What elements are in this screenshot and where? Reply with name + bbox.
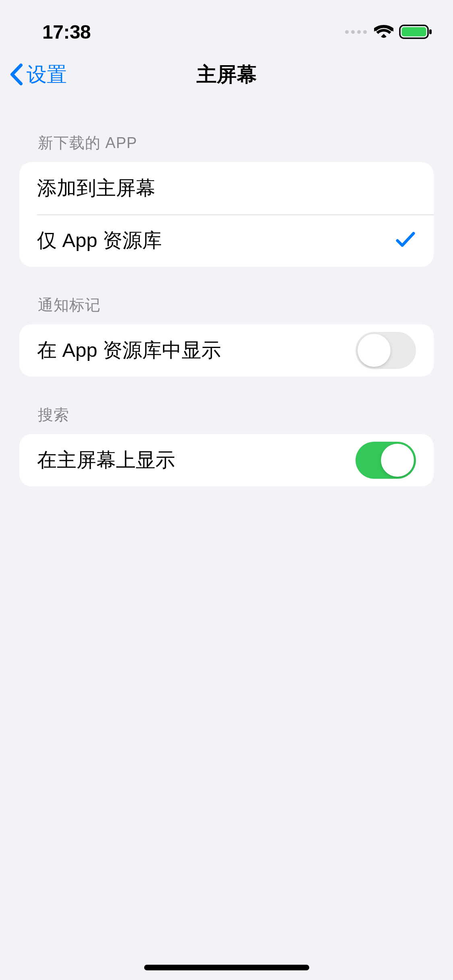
status-indicators [345, 24, 433, 40]
page-title: 主屏幕 [0, 61, 453, 88]
section-header-search: 搜索 [19, 405, 434, 425]
section-header-notification-badges: 通知标记 [19, 295, 434, 315]
row-show-in-app-library: 在 App 资源库中显示 [19, 324, 434, 377]
signal-dots-icon [345, 30, 367, 34]
status-bar: 17:38 [0, 0, 453, 48]
toggle-show-on-home[interactable] [356, 442, 416, 479]
content: 新下载的 APP 添加到主屏幕 仅 App 资源库 通知标记 在 App 资源库… [0, 133, 453, 486]
back-button[interactable]: 设置 [9, 61, 67, 88]
section-header-newly-downloaded: 新下载的 APP [19, 133, 434, 153]
cell-label: 仅 App 资源库 [37, 227, 162, 254]
status-time: 17:38 [42, 21, 91, 43]
nav-bar: 设置 主屏幕 [0, 48, 453, 101]
cell-label: 添加到主屏幕 [37, 175, 155, 202]
cell-label: 在 App 资源库中显示 [37, 337, 221, 364]
option-add-to-home[interactable]: 添加到主屏幕 [19, 162, 434, 214]
group-search: 在主屏幕上显示 [19, 434, 434, 486]
toggle-show-in-app-library[interactable] [356, 332, 416, 369]
back-label: 设置 [27, 61, 67, 88]
home-indicator[interactable] [144, 965, 309, 970]
row-show-on-home: 在主屏幕上显示 [19, 434, 434, 486]
wifi-icon [374, 25, 393, 39]
svg-rect-2 [429, 29, 432, 34]
battery-icon [399, 24, 433, 40]
chevron-left-icon [9, 63, 24, 86]
group-notification-badges: 在 App 资源库中显示 [19, 324, 434, 377]
cell-label: 在主屏幕上显示 [37, 447, 175, 474]
svg-rect-1 [402, 27, 426, 37]
group-newly-downloaded: 添加到主屏幕 仅 App 资源库 [19, 162, 434, 267]
option-app-library-only[interactable]: 仅 App 资源库 [19, 214, 434, 267]
checkmark-icon [395, 230, 416, 251]
